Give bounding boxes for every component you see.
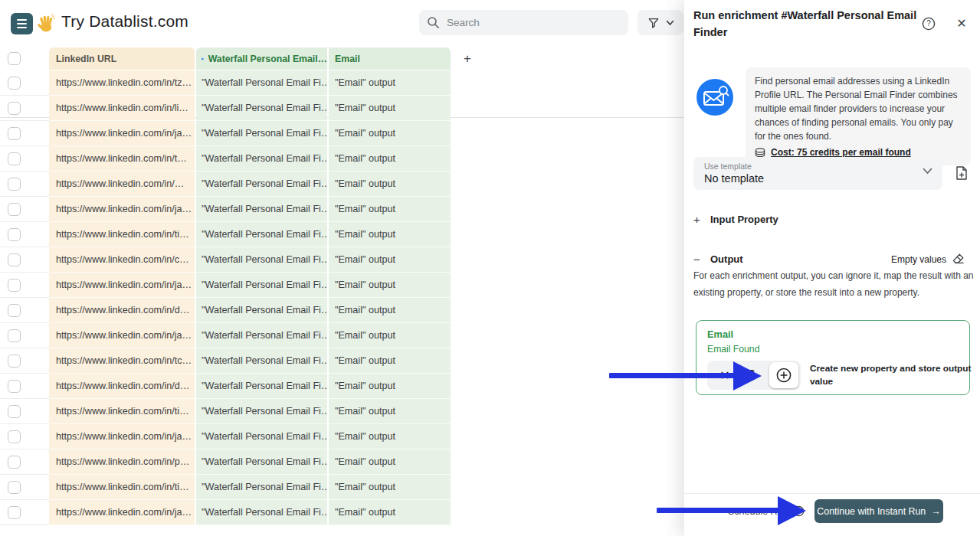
cell-linkedin-url[interactable]: https://www.linkedin.com/in/p… (49, 449, 195, 475)
cell-linkedin-url[interactable]: https://www.linkedin.com/in/ti… (49, 475, 195, 500)
cell-email-output[interactable]: "Email" output (329, 348, 451, 374)
cell-email-output[interactable]: "Email" output (329, 298, 451, 323)
eraser-icon[interactable] (952, 253, 965, 265)
empty-values-label[interactable]: Empty values (891, 254, 946, 265)
cell-waterfall-output[interactable]: "Waterfall Personal Email Fi… (196, 197, 327, 222)
row-checkbox[interactable] (8, 304, 21, 317)
cell-email-output[interactable]: "Email" output (329, 70, 451, 96)
row-checkbox[interactable] (8, 430, 21, 443)
input-property-section[interactable]: + Input Property (693, 213, 971, 226)
cell-linkedin-url[interactable]: https://www.linkedin.com/in/d… (49, 374, 195, 399)
row-checkbox[interactable] (8, 253, 21, 266)
cell-email-output[interactable]: "Email" output (329, 273, 451, 298)
cell-waterfall-output[interactable]: "Waterfall Personal Email Fi… (196, 70, 327, 96)
row-checkbox[interactable] (8, 506, 21, 519)
row-checkbox[interactable] (8, 77, 21, 90)
continue-with-instant-run-button[interactable]: Continue with Instant Run → (814, 499, 943, 523)
cell-waterfall-output[interactable]: "Waterfall Personal Email Fi… (196, 500, 327, 525)
expand-icon[interactable]: + (693, 213, 710, 226)
cell-linkedin-url[interactable]: https://www.linkedin.com/in/tz… (49, 70, 195, 96)
cell-waterfall-output[interactable]: "Waterfall Personal Email Fi… (196, 96, 327, 121)
row-checkbox[interactable] (8, 456, 21, 469)
svg-text:?: ? (926, 19, 931, 28)
cell-email-output[interactable]: "Email" output (329, 449, 451, 475)
cell-linkedin-url[interactable]: https://www.linkedin.com/in/ti… (49, 222, 195, 247)
cell-waterfall-output[interactable]: "Waterfall Personal Email Fi… (196, 146, 327, 172)
cell-waterfall-output[interactable]: "Waterfall Personal Email Fi… (196, 374, 327, 399)
cell-email-output[interactable]: "Email" output (329, 96, 451, 121)
cell-email-output[interactable]: "Email" output (329, 424, 451, 449)
column-header-email[interactable]: Email (329, 47, 451, 70)
row-checkbox[interactable] (8, 228, 21, 241)
cell-linkedin-url[interactable]: https://www.linkedin.com/in/ja… (49, 500, 195, 525)
cell-linkedin-url[interactable]: https://www.linkedin.com/in/ja… (49, 273, 195, 298)
run-enrichment-panel: Run enrichment #Waterfall Personal Email… (684, 0, 980, 536)
search-input[interactable] (447, 17, 600, 28)
save-as-template-icon[interactable] (954, 165, 969, 181)
row-checkbox[interactable] (8, 355, 21, 368)
cell-linkedin-url[interactable]: https://www.linkedin.com/in/c… (49, 247, 195, 273)
cell-linkedin-url[interactable]: https://www.linkedin.com/in/ja… (49, 424, 195, 449)
cell-waterfall-output[interactable]: "Waterfall Personal Email Fi… (196, 121, 327, 146)
cost-label[interactable]: Cost: 75 credits per email found (771, 147, 911, 158)
cell-linkedin-url[interactable]: https://www.linkedin.com/in/d… (49, 298, 195, 323)
row-checkbox[interactable] (8, 481, 21, 494)
cell-waterfall-output[interactable]: "Waterfall Personal Email Fi… (196, 348, 327, 374)
add-column-button[interactable]: + (459, 51, 476, 67)
cell-waterfall-output[interactable]: "Waterfall Personal Email Fi… (196, 449, 327, 475)
cell-waterfall-output[interactable]: "Waterfall Personal Email Fi… (196, 273, 327, 298)
row-checkbox[interactable] (8, 152, 21, 165)
cell-email-output[interactable]: "Email" output (329, 475, 451, 500)
cell-waterfall-output[interactable]: "Waterfall Personal Email Fi… (196, 222, 327, 247)
help-icon[interactable]: ? (922, 17, 936, 31)
cell-waterfall-output[interactable]: "Waterfall Personal Email Fi… (196, 399, 327, 424)
cell-email-output[interactable]: "Email" output (329, 197, 451, 222)
cell-waterfall-output[interactable]: "Waterfall Personal Email Fi… (196, 475, 327, 500)
cell-email-output[interactable]: "Email" output (329, 247, 451, 273)
row-checkbox[interactable] (8, 380, 21, 393)
cell-email-output[interactable]: "Email" output (329, 323, 451, 348)
email-finder-icon (202, 54, 204, 64)
cell-linkedin-url[interactable]: https://www.linkedin.com/in/tc… (49, 348, 195, 374)
row-checkbox[interactable] (8, 203, 21, 216)
cell-email-output[interactable]: "Email" output (329, 172, 451, 197)
cell-waterfall-output[interactable]: "Waterfall Personal Email Fi… (196, 323, 327, 348)
row-checkbox[interactable] (8, 279, 21, 292)
cell-linkedin-url[interactable]: https://www.linkedin.com/in/li… (49, 96, 195, 121)
cell-linkedin-url[interactable]: https://www.linkedin.com/in/ti… (49, 399, 195, 424)
cell-linkedin-url[interactable]: https://www.linkedin.com/in/ja… (49, 323, 195, 348)
cell-linkedin-url[interactable]: https://www.linkedin.com/in/ja… (49, 121, 195, 146)
table-row: https://www.linkedin.com/in/ja… "Waterfa… (0, 424, 684, 449)
cell-email-output[interactable]: "Email" output (329, 121, 451, 146)
cell-linkedin-url[interactable]: https://www.linkedin.com/in/t… (49, 146, 195, 172)
close-icon[interactable]: ✕ (954, 15, 969, 31)
row-checkbox[interactable] (8, 102, 21, 115)
table-row: https://www.linkedin.com/in/ja… "Waterfa… (0, 197, 684, 222)
create-new-property-button[interactable] (769, 362, 798, 388)
template-select[interactable]: Use template No template (693, 157, 942, 190)
row-checkbox[interactable] (8, 329, 21, 342)
row-checkbox[interactable] (8, 127, 21, 140)
cell-linkedin-url[interactable]: https://www.linkedin.com/in/… (49, 172, 195, 197)
cell-email-output[interactable]: "Email" output (329, 500, 451, 525)
cell-email-output[interactable]: "Email" output (329, 146, 451, 172)
output-section-header[interactable]: − Output Empty values (693, 253, 971, 266)
filter-bar[interactable] (637, 10, 683, 35)
row-checkbox[interactable] (8, 178, 21, 191)
cell-email-output[interactable]: "Email" output (329, 399, 451, 424)
column-header-linkedin-url[interactable]: LinkedIn URL (49, 47, 195, 70)
column-header-waterfall[interactable]: Waterfall Personal Email… (196, 47, 327, 70)
row-checkbox[interactable] (8, 405, 21, 418)
table-row: https://www.linkedin.com/in/ti… "Waterfa… (0, 475, 684, 500)
collapse-icon[interactable]: − (693, 253, 710, 266)
cell-waterfall-output[interactable]: "Waterfall Personal Email Fi… (196, 172, 327, 197)
cell-waterfall-output[interactable]: "Waterfall Personal Email Fi… (196, 298, 327, 323)
hamburger-menu-button[interactable] (11, 13, 33, 34)
cell-waterfall-output[interactable]: "Waterfall Personal Email Fi… (196, 424, 327, 449)
cell-waterfall-output[interactable]: "Waterfall Personal Email Fi… (196, 247, 327, 273)
select-all-checkbox[interactable] (8, 52, 21, 65)
cell-linkedin-url[interactable]: https://www.linkedin.com/in/ja… (49, 197, 195, 222)
cell-email-output[interactable]: "Email" output (329, 222, 451, 247)
search-box[interactable] (419, 10, 628, 35)
cell-email-output[interactable]: "Email" output (329, 374, 451, 399)
